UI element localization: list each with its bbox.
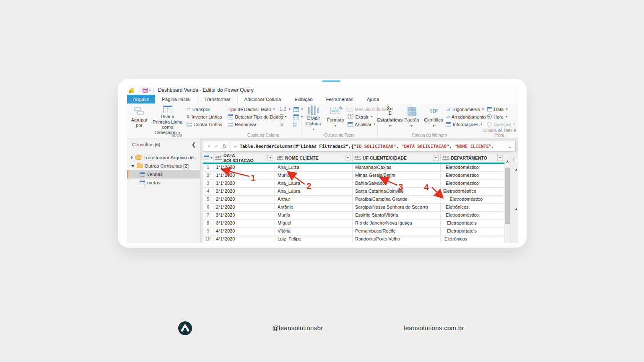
cell-data-solicitacao[interactable]: 2*1*2020 [213,204,275,211]
contar-linhas-button[interactable]: Contar Linhas [187,121,223,127]
tab-arquivo[interactable]: Arquivo [127,95,155,103]
filter-icon[interactable]: ▼ [433,155,439,160]
cell-data-solicitacao[interactable]: 2*1*2020 [213,188,275,195]
cell-nome-cliente[interactable]: Ana_Luiza [275,164,353,171]
cientifico-button[interactable]: 10² Científico▼ [424,105,443,132]
tree-item-vendas[interactable]: vendas [127,170,200,178]
agrupar-por-button[interactable]: Agrupar por [130,105,149,132]
row-number[interactable]: 9 [203,228,213,235]
cell-data-solicitacao[interactable]: 2*1*2020 [213,196,275,203]
preencher-button[interactable]: ↓▼ [280,114,291,120]
column-header-data-solicitacao[interactable]: ABCDATA SOLICITACAO▼ [213,153,275,162]
row-number[interactable]: 2 [203,172,213,179]
padrao-button[interactable]: +−÷× Padrão▼ [402,105,421,132]
scroll-up-icon[interactable]: ∧ [504,159,511,164]
substituir-valores-button[interactable]: 1↓2▼ [280,106,291,112]
cell-data-solicitacao[interactable]: 1*1*2020 [213,172,275,179]
cell-uf-cliente-cidade[interactable]: Maranhao/Caxias [353,164,441,171]
cell-data-solicitacao[interactable]: 3*1*2020 [213,220,275,227]
column-header-departamento[interactable]: ABCDEPARTAMENTO▼ [441,153,504,162]
cell-nome-cliente[interactable]: Murilo [275,172,353,179]
duracao-button[interactable]: Duração ▼ [487,121,516,127]
estatisticas-button[interactable]: X̄σΣ Estatísticas▼ [380,105,400,132]
cell-data-solicitacao[interactable]: 1*1*2020 [213,164,275,171]
tab-ajuda[interactable]: Ajuda [360,95,386,103]
gripper-icon[interactable] [515,208,517,210]
cell-departamento[interactable]: Eletroportateis [441,220,504,227]
cancel-icon[interactable]: × [208,144,210,149]
cell-data-solicitacao[interactable]: 1*1*2020 [213,180,275,187]
cell-nome-cliente[interactable]: Arthur [275,196,353,203]
formula-bar[interactable]: × ✓ fx = Table.ReorderColumns(#"Linhas F… [203,141,516,152]
tab-adicionar-coluna[interactable]: Adicionar Coluna [238,95,288,103]
cell-departamento[interactable]: Eletrodoméstico [441,164,504,171]
column-header-uf-cliente-cidade[interactable]: ABCUF CLIENTE/CIDADE▼ [353,153,441,162]
cell-nome-cliente[interactable]: Vitória [275,228,353,235]
collapse-pane-icon[interactable]: ❮ [192,142,196,147]
tab-transformar[interactable]: Transformar [197,95,237,103]
row-number[interactable]: 6 [203,204,213,211]
tipo-de-dados-button[interactable]: Tipo de Dados: Texto ▼ [228,106,277,112]
detectar-tipo-button[interactable]: Detectar Tipo de Dados [228,114,277,120]
cell-departamento[interactable]: Eletroportateis [441,228,504,235]
cell-departamento[interactable]: Eletrônicos [441,204,504,211]
cell-uf-cliente-cidade[interactable]: Minas Gerais/Betim [353,172,441,179]
formato-button[interactable]: ABC Formato▼ [326,105,345,132]
cell-uf-cliente-cidade[interactable]: Bahia/Salvador [353,180,441,187]
cell-nome-cliente[interactable]: Miguel [275,220,353,227]
scrollbar-thumb[interactable] [505,168,510,224]
cell-nome-cliente[interactable]: Antônio [275,204,353,211]
select-all-corner[interactable]: ▾ [203,153,213,162]
hora-button[interactable]: Hora ▼ [487,114,516,120]
collapsed-caret-icon[interactable] [131,156,133,159]
cell-nome-cliente[interactable]: Ana_Laura [275,180,353,187]
cell-data-solicitacao[interactable]: 3*1*2020 [213,212,275,219]
cell-nome-cliente[interactable]: Ana_Laura [275,188,353,195]
tree-item-outras-consultas[interactable]: Outras Consultas [2] [127,162,200,170]
tree-item-metas[interactable]: metas [127,178,200,187]
cell-departamento[interactable]: Eletrodoméstico [441,180,504,187]
tab-ferramentas[interactable]: Ferramentas [319,95,360,103]
cell-uf-cliente-cidade[interactable]: Espirito Santo/Vitória [353,212,441,219]
expand-formula-icon[interactable]: ⌄ [504,143,515,149]
cell-uf-cliente-cidade[interactable]: Paraiba/Campina Grande [353,196,441,203]
row-number[interactable]: 5 [203,196,213,203]
data-button[interactable]: Data ▼ [487,106,516,112]
cell-uf-cliente-cidade[interactable]: Rio de Janeiro/Nova Iguaçu [353,220,441,227]
cell-data-solicitacao[interactable]: 4*1*2020 [213,228,275,235]
filter-icon[interactable]: ▼ [497,155,503,160]
column-header-nome-cliente[interactable]: ABCNOME CLIENTE▼ [275,153,353,162]
renomear-button[interactable]: Renomear [228,121,277,127]
cell-uf-cliente-cidade[interactable]: Sergipe/Nossa Senhora do Socorro [353,204,441,211]
vertical-scrollbar[interactable]: ∧ [504,153,511,243]
gripper-icon[interactable] [515,168,517,171]
row-number[interactable]: 7 [203,212,213,219]
cell-departamento[interactable]: Eletrodoméstico [441,188,504,195]
row-number[interactable]: 1 [203,164,213,171]
row-number[interactable]: 4 [203,188,213,195]
row-number[interactable]: 3 [203,180,213,187]
mover-button[interactable]: ⇲ [280,121,291,127]
formula-code[interactable]: = Table.ReorderColumns(#"Linhas Filtrada… [231,144,504,149]
cell-uf-cliente-cidade[interactable]: Rondonia/Porto Velho [353,235,441,243]
cell-departamento[interactable]: Eletrodoméstico [441,212,504,219]
dividir-coluna-button[interactable]: Dividir Coluna ▼ [304,105,323,132]
filter-icon[interactable]: ▼ [345,155,351,160]
tab-exibicao[interactable]: Exibição [288,95,319,103]
cell-nome-cliente[interactable]: Murilo [275,212,353,219]
row-number[interactable]: 8 [203,220,213,227]
save-icon[interactable] [143,88,148,93]
cell-nome-cliente[interactable]: Luiz_Felipe [275,235,353,243]
check-icon[interactable]: ✓ [214,144,218,149]
tab-pagina-inicial[interactable]: Página Inicial [155,95,197,103]
expanded-caret-icon[interactable] [131,165,135,167]
tree-item-transformar-arquivo[interactable]: Transformar Arquivo de... [127,153,200,162]
inverter-linhas-button[interactable]: ⇅Inverter Linhas [187,114,223,120]
cell-uf-cliente-cidade[interactable]: Santa Catarina/Joinville [353,188,441,195]
cell-departamento[interactable]: Eletrônicos [441,235,504,243]
filter-icon[interactable]: ▼ [267,155,273,160]
transpor-button[interactable]: ⇄Transpor [187,106,223,112]
cell-data-solicitacao[interactable]: 4*1*2020 [213,235,275,243]
cell-departamento[interactable]: Eletrodoméstico [441,196,504,203]
cell-departamento[interactable]: Eletrodoméstico [441,172,504,179]
